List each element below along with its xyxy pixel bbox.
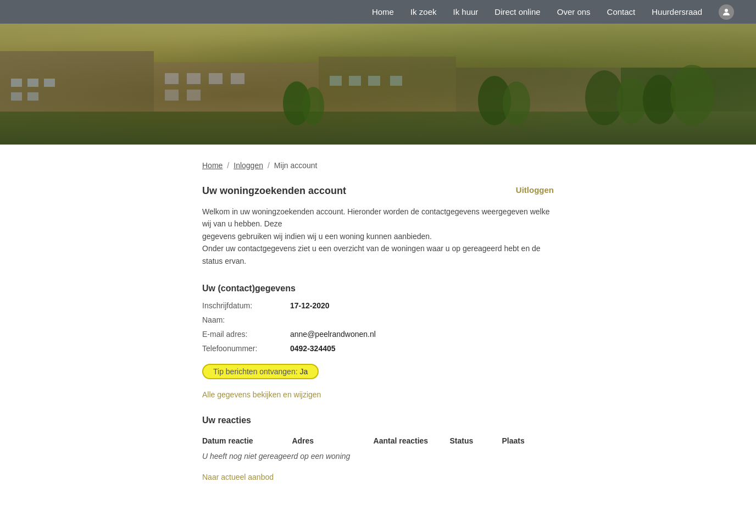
inschrijfdatum-label: Inschrijfdatum: (202, 301, 290, 310)
col-header-aantal: Aantal reacties (374, 433, 450, 448)
page-header-row: Uw woningzoekenden account Uitloggen (202, 185, 554, 197)
user-icon[interactable] (719, 4, 734, 20)
nav-direct-online[interactable]: Direct online (494, 7, 540, 16)
page-title: Uw woningzoekenden account (202, 185, 346, 197)
naam-row: Naam: (202, 315, 554, 324)
tip-label: Tip berichten ontvangen: (213, 367, 298, 376)
reacties-section: Uw reacties Datum reactie Adres Aantal r… (202, 415, 554, 481)
col-header-adres: Adres (292, 433, 373, 448)
nav-ik-huur[interactable]: Ik huur (453, 7, 478, 16)
tip-badge: Tip berichten ontvangen: Ja (202, 364, 319, 379)
nav-over-ons[interactable]: Over ons (557, 7, 591, 16)
col-header-status: Status (449, 433, 502, 448)
welcome-line-3: Onder uw contactgegevens ziet u een over… (202, 244, 541, 265)
inschrijfdatum-row: Inschrijfdatum: 17-12-2020 (202, 301, 554, 310)
breadcrumb: Home / Inloggen / Mijn account (202, 161, 554, 170)
reacties-table: Datum reactie Adres Aantal reacties Stat… (202, 433, 554, 464)
breadcrumb-inloggen[interactable]: Inloggen (234, 161, 263, 170)
email-value: anne@peelrandwonen.nl (290, 330, 376, 339)
welcome-line-1: Welkom in uw woningzoekenden account. Hi… (202, 207, 549, 228)
table-header-row: Datum reactie Adres Aantal reacties Stat… (202, 433, 554, 448)
contact-info: Inschrijfdatum: 17-12-2020 Naam: E-mail … (202, 301, 554, 353)
nav-home[interactable]: Home (372, 7, 394, 16)
breadcrumb-current: Mijn account (274, 161, 318, 170)
naam-label: Naam: (202, 315, 290, 324)
telefoon-label: Telefoonummer: (202, 344, 290, 353)
nav-ik-zoek[interactable]: Ik zoek (410, 7, 437, 16)
col-header-plaats: Plaats (502, 433, 554, 448)
empty-message: U heeft nog niet gereageerd op een wonin… (202, 448, 554, 464)
col-header-datum: Datum reactie (202, 433, 292, 448)
email-label: E-mail adres: (202, 330, 290, 339)
svg-point-0 (725, 9, 728, 12)
hero-image (0, 24, 756, 145)
breadcrumb-home[interactable]: Home (202, 161, 223, 170)
breadcrumb-separator-1: / (227, 161, 229, 170)
reacties-section-title: Uw reacties (202, 415, 554, 425)
main-navigation: Home Ik zoek Ik huur Direct online Over … (0, 0, 756, 24)
naar-actueel-link[interactable]: Naar actueel aanbod (202, 473, 554, 481)
main-content: Home / Inloggen / Mijn account Uw woning… (109, 145, 647, 531)
email-row: E-mail adres: anne@peelrandwonen.nl (202, 330, 554, 339)
welcome-line-2: gegevens gebruiken wij indien wij u een … (202, 232, 432, 241)
alle-gegevens-link[interactable]: Alle gegevens bekijken en wijzigen (202, 390, 554, 399)
nav-huurdersraad[interactable]: Huurdersraad (652, 7, 702, 16)
uitloggen-link[interactable]: Uitloggen (516, 185, 554, 195)
telefoon-value: 0492-324405 (290, 344, 336, 353)
tip-badge-row: Tip berichten ontvangen: Ja (202, 364, 554, 379)
telefoon-row: Telefoonummer: 0492-324405 (202, 344, 554, 353)
breadcrumb-separator-2: / (268, 161, 270, 170)
nav-contact[interactable]: Contact (607, 7, 636, 16)
inschrijfdatum-value: 17-12-2020 (290, 301, 330, 310)
welcome-text: Welkom in uw woningzoekenden account. Hi… (202, 206, 554, 267)
table-row: U heeft nog niet gereageerd op een wonin… (202, 448, 554, 464)
contact-section-title: Uw (contact)gegevens (202, 284, 554, 293)
tip-value: Ja (300, 367, 308, 376)
contact-section: Uw (contact)gegevens Inschrijfdatum: 17-… (202, 284, 554, 399)
